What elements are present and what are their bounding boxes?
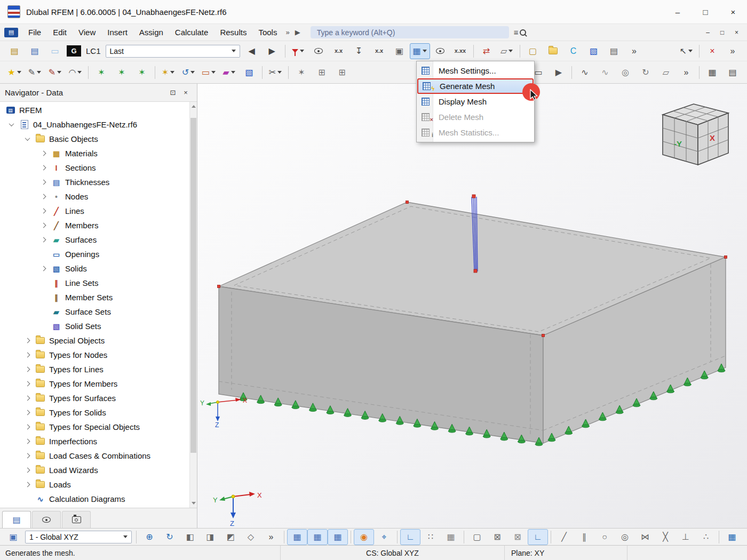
tree-expander[interactable] — [36, 151, 50, 155]
work-plane-icon[interactable]: ∟ — [400, 529, 420, 545]
rfem-application-icon[interactable]: ▧ — [584, 43, 604, 59]
fe-mesh-toggle-icon[interactable]: ▦ — [287, 529, 307, 545]
grid-icon[interactable]: ∷ — [420, 529, 441, 545]
viewport-canvas[interactable]: X Y Z X Y Z — [197, 84, 747, 528]
line-trim-icon[interactable]: ✂ — [265, 65, 285, 81]
view-in-y-icon[interactable]: ◨ — [200, 529, 220, 545]
animation-icon[interactable]: ▶ — [549, 65, 569, 81]
tables-icon[interactable]: ▦ — [702, 65, 722, 81]
isometric-view-icon[interactable]: ◇ — [241, 529, 261, 545]
render-mode-icon[interactable]: ▣ — [390, 43, 410, 59]
new-rectangle-surface-icon[interactable]: ▭ — [198, 65, 219, 81]
regenerate-model-icon[interactable]: ⇄ — [476, 43, 497, 59]
rotate-view-icon[interactable]: ↻ — [160, 529, 180, 545]
tree-item-04-unabhaengesfe-netz-rf6[interactable]: 04_UnabhaengesFE-Netz.rf6 — [0, 117, 190, 132]
navigator-tab-data[interactable]: ▤ — [2, 511, 31, 528]
tree-expander[interactable] — [36, 267, 50, 270]
tree-item-surfaces[interactable]: ▰Surfaces — [0, 233, 190, 247]
tree-item-solid-sets[interactable]: ▧Solid Sets — [0, 319, 190, 333]
tree-expander[interactable] — [20, 425, 34, 429]
tree-expander[interactable] — [20, 382, 34, 386]
tree-item-member-sets[interactable]: ∥Member Sets — [0, 290, 190, 305]
tree-item-thicknesses[interactable]: ▤Thicknesses — [0, 175, 190, 189]
object-snap-icon[interactable]: ◉ — [354, 529, 374, 545]
render-tube-icon[interactable]: ◎ — [615, 65, 635, 81]
tree-item-solids[interactable]: ▧Solids — [0, 261, 190, 276]
tree-item-loads[interactable]: Loads — [0, 477, 190, 492]
menu-view[interactable]: View — [73, 25, 101, 39]
copy-rotate-icon[interactable]: ↺ — [178, 65, 198, 81]
toolbar-overflow2-icon[interactable]: » — [722, 43, 743, 59]
tree-expander[interactable] — [20, 353, 34, 357]
ortho-mode-icon[interactable]: ▢ — [467, 529, 487, 545]
doc-minimize-icon[interactable]: – — [701, 26, 715, 39]
perpendicular-snap-icon[interactable]: ⊥ — [676, 529, 696, 545]
navigator-panels-icon[interactable]: ▣ — [3, 529, 23, 545]
tree-expander[interactable] — [36, 166, 50, 170]
tree-item-load-cases-combinations[interactable]: Load Cases & Combinations — [0, 449, 190, 463]
tree-item-types-for-surfaces[interactable]: Types for Surfaces — [0, 391, 190, 405]
model-viewport[interactable]: X Y Z X Y Z — [197, 84, 747, 528]
new-line-icon[interactable]: ✶ — [158, 65, 178, 81]
scroll-up-icon[interactable] — [192, 105, 196, 108]
scrollbar-thumb[interactable] — [190, 118, 196, 453]
view-in-x-icon[interactable]: ◧ — [180, 529, 200, 545]
load-case-colors-icon[interactable]: ▭ — [45, 43, 65, 59]
navigation-cube[interactable]: -Y X — [663, 104, 728, 165]
open-model-icon[interactable] — [543, 43, 563, 59]
tree-item-load-wizards[interactable]: Load Wizards — [0, 463, 190, 477]
tree-item-imperfections[interactable]: Imperfections — [0, 434, 190, 449]
tree-expander[interactable] — [20, 411, 34, 414]
search-options-icon[interactable]: ≡ — [514, 28, 527, 37]
tree-item-basic-objects[interactable]: Basic Objects — [0, 132, 190, 146]
tree-item-rfem[interactable]: ▤RFEM — [0, 103, 190, 117]
tree-item-sections[interactable]: ISections — [0, 161, 190, 175]
navigator-tab-views[interactable] — [62, 511, 91, 528]
fe-mesh-numbers-icon[interactable]: ▦ — [328, 529, 348, 545]
node-on-line-icon[interactable]: ✶ — [132, 65, 152, 81]
load-case-combo[interactable]: Last — [106, 45, 240, 58]
menu-insert[interactable]: Insert — [101, 25, 133, 39]
menu-tools[interactable]: Tools — [252, 25, 283, 39]
extrude-icon[interactable]: ▱ — [656, 65, 676, 81]
draw-node-icon[interactable]: ✎ — [25, 65, 45, 81]
next-load-case-icon[interactable]: ▶ — [262, 43, 282, 59]
tree-item-openings[interactable]: ▭Openings — [0, 247, 190, 261]
doc-restore-icon[interactable]: □ — [715, 26, 729, 39]
tree-item-nodes[interactable]: •Nodes — [0, 189, 190, 204]
filter-icon[interactable] — [288, 43, 308, 59]
tree-expander[interactable] — [20, 367, 34, 371]
dlubal-center-icon[interactable]: C — [563, 43, 584, 59]
menu-item-mesh-settings[interactable]: Mesh Settings... — [417, 63, 534, 78]
tree-item-calculation-diagrams[interactable]: ∿Calculation Diagrams — [0, 492, 190, 506]
search-input[interactable] — [316, 28, 504, 37]
navigator-float-icon[interactable]: ⊡ — [166, 87, 179, 99]
tree-scrollbar[interactable] — [189, 102, 197, 508]
menu-assign[interactable]: Assign — [133, 25, 169, 39]
tree-expander[interactable] — [20, 396, 34, 400]
plane-snap-icon[interactable]: ∟ — [528, 529, 548, 545]
new-node-icon[interactable]: ✶ — [91, 65, 112, 81]
view-in-z-icon[interactable]: ◩ — [220, 529, 241, 545]
mesh-refinement-icon[interactable]: ⊞ — [312, 65, 332, 81]
new-solid-icon[interactable]: ▧ — [239, 65, 259, 81]
printout-report-icon[interactable]: ▤ — [604, 43, 624, 59]
tree-expander[interactable] — [20, 454, 34, 458]
zoom-all-icon[interactable]: ⊕ — [139, 529, 160, 545]
dimensions-icon[interactable]: ↧ — [349, 43, 369, 59]
point-snap-icon[interactable]: ∴ — [696, 529, 716, 545]
tree-item-surface-sets[interactable]: ▰Surface Sets — [0, 305, 190, 319]
maximize-icon[interactable]: □ — [692, 0, 719, 23]
menu-edit[interactable]: Edit — [47, 25, 73, 39]
tree-expander[interactable] — [20, 137, 34, 141]
draw-line-icon[interactable]: ✎ — [45, 65, 65, 81]
mesh-menu-button[interactable]: ▦ — [410, 43, 430, 59]
toolbar2-overflow-icon[interactable]: » — [676, 65, 696, 81]
section-views-icon[interactable]: ▱ — [497, 43, 517, 59]
surface-mesh-refinement-icon[interactable]: ⊞ — [332, 65, 352, 81]
tree-item-special-objects[interactable]: Special Objects — [0, 333, 190, 348]
tree-item-types-for-members[interactable]: Types for Members — [0, 377, 190, 391]
favorites-icon[interactable]: ★ — [4, 65, 25, 81]
result-numbering-icon[interactable]: x.x — [369, 43, 390, 59]
tree-item-types-for-nodes[interactable]: Types for Nodes — [0, 348, 190, 362]
